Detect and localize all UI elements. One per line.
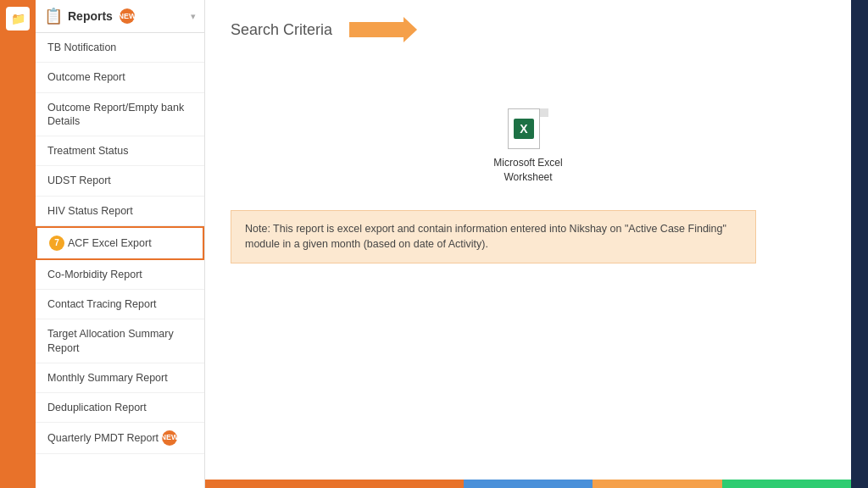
sidebar-header[interactable]: 📋 Reports NEW ▾ [36, 0, 204, 33]
sidebar-item-tb-notification[interactable]: TB Notification [36, 33, 204, 63]
sidebar-badge-acf-excel-export: 7 [49, 236, 64, 251]
sidebar-item-quarterly-pmdt-report[interactable]: Quarterly PMDT ReportNEW [36, 423, 204, 454]
sidebar-label-contact-tracing-report: Contact Tracing Report [47, 297, 157, 311]
search-criteria-arrow [349, 17, 417, 42]
sidebar-item-treatment-status[interactable]: Treatment Status [36, 136, 204, 166]
footer-seg-light-orange [593, 480, 721, 488]
sidebar-collapse-icon[interactable]: ▾ [191, 11, 196, 22]
right-sidebar-strip [851, 0, 868, 488]
sidebar-item-monthly-summary-report[interactable]: Monthly Summary Report [36, 363, 204, 393]
icon-body: X [508, 108, 540, 149]
main-content: Search Criteria X Microsoft ExcelWorkshe… [205, 0, 851, 488]
sidebar-item-target-allocation-summary-report[interactable]: Target Allocation Summary Report [36, 319, 204, 363]
sidebar-item-outcome-report[interactable]: Outcome Report [36, 63, 204, 92]
excel-icon-area: X Microsoft ExcelWorksheet [205, 85, 851, 202]
footer-seg-green [722, 480, 851, 488]
search-criteria-section: Search Criteria [205, 0, 851, 51]
sidebar-item-acf-excel-export[interactable]: 7ACF Excel Export [36, 226, 204, 260]
sidebar-label-outcome-report-empty-bank: Outcome Report/Empty bank Details [47, 101, 192, 129]
sidebar-label-hiv-status-report: HIV Status Report [47, 204, 133, 218]
sidebar-label-target-allocation-summary-report: Target Allocation Summary Report [47, 327, 192, 355]
footer-seg-orange [205, 480, 464, 488]
note-text: Note: This report is excel export and co… [245, 223, 726, 251]
sidebar-label-acf-excel-export: ACF Excel Export [68, 236, 152, 250]
sidebar-new-badge-quarterly-pmdt-report: NEW [162, 430, 177, 446]
excel-emblem: X [514, 119, 534, 139]
sidebar-item-contact-tracing-report[interactable]: Contact Tracing Report [36, 290, 204, 319]
footer-seg-blue [464, 480, 593, 488]
sidebar-item-outcome-report-empty-bank[interactable]: Outcome Report/Empty bank Details [36, 93, 204, 137]
reports-icon: 📋 [44, 7, 63, 25]
sidebar-item-hiv-status-report[interactable]: HIV Status Report [36, 197, 204, 226]
sidebar-header-label: Reports [68, 9, 113, 23]
icon-corner [540, 108, 548, 117]
sidebar-item-udst-report[interactable]: UDST Report [36, 166, 204, 196]
app-icon: 📁 [6, 7, 30, 30]
sidebar-label-quarterly-pmdt-report: Quarterly PMDT Report [47, 431, 159, 445]
sidebar-label-treatment-status: Treatment Status [47, 144, 128, 158]
sidebar-label-udst-report: UDST Report [47, 174, 111, 187]
sidebar-item-co-morbidity-report[interactable]: Co-Morbidity Report [36, 260, 204, 290]
sidebar-label-co-morbidity-report: Co-Morbidity Report [47, 268, 142, 281]
excel-file-label: Microsoft ExcelWorksheet [493, 156, 562, 185]
left-sidebar-strip: 📁 [0, 0, 36, 488]
sidebar-item-deduplication-report[interactable]: Deduplication Report [36, 393, 204, 423]
sidebar-nav: TB NotificationOutcome ReportOutcome Rep… [36, 33, 204, 488]
note-box: Note: This report is excel export and co… [231, 210, 756, 264]
new-badge: NEW [120, 8, 135, 24]
sidebar-label-outcome-report: Outcome Report [47, 70, 125, 84]
arrow-body [349, 17, 417, 42]
search-criteria-label: Search Criteria [231, 21, 332, 39]
sidebar: 📋 Reports NEW ▾ TB NotificationOutcome R… [36, 0, 205, 488]
sidebar-label-deduplication-report: Deduplication Report [47, 401, 147, 414]
footer-bar [205, 480, 851, 488]
sidebar-label-tb-notification: TB Notification [47, 41, 116, 54]
sidebar-label-monthly-summary-report: Monthly Summary Report [47, 371, 168, 385]
excel-file-icon: X [508, 102, 548, 149]
